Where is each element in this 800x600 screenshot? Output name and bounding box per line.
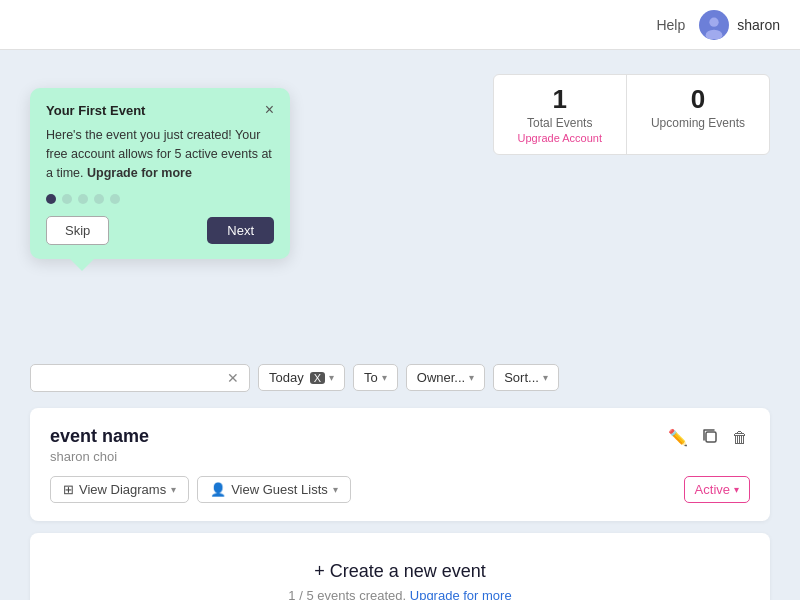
upcoming-events-count: 0	[651, 85, 745, 114]
main-content: 1 Total Events Upgrade Account 0 Upcomin…	[0, 50, 800, 600]
next-button[interactable]: Next	[207, 217, 274, 244]
help-link[interactable]: Help	[656, 17, 685, 33]
card-body: Here's the event you just created! Your …	[46, 126, 274, 182]
events-count-text: 1 / 5 events created.	[288, 588, 406, 600]
view-guest-lists-label: View Guest Lists	[231, 482, 328, 497]
filter-bar: ✕ Today X ▾ To ▾ Owner... ▾ Sort... ▾	[30, 364, 770, 392]
view-diagrams-label: View Diagrams	[79, 482, 166, 497]
card-close-button[interactable]: ×	[265, 102, 274, 118]
today-label: Today	[269, 370, 304, 385]
today-filter[interactable]: Today X ▾	[258, 364, 345, 391]
onboarding-card: Your First Event × Here's the event you …	[30, 88, 290, 259]
view-diagrams-button[interactable]: ⊞ View Diagrams ▾	[50, 476, 189, 503]
card-dots	[46, 194, 274, 204]
upgrade-account-link[interactable]: Upgrade Account	[518, 132, 602, 144]
to-filter[interactable]: To ▾	[353, 364, 398, 391]
card-header: Your First Event ×	[46, 102, 274, 118]
dot-4	[94, 194, 104, 204]
nav-username: sharon	[737, 17, 780, 33]
stats-box: 1 Total Events Upgrade Account 0 Upcomin…	[493, 74, 770, 155]
event-buttons: ⊞ View Diagrams ▾ 👤 View Guest Lists ▾	[50, 476, 351, 503]
card-actions: Skip Next	[46, 216, 274, 245]
dot-2	[62, 194, 72, 204]
total-events-label: Total Events	[518, 116, 602, 130]
search-box[interactable]: ✕	[30, 364, 250, 392]
dot-3	[78, 194, 88, 204]
to-label: To	[364, 370, 378, 385]
total-events-count: 1	[518, 85, 602, 114]
sort-filter[interactable]: Sort... ▾	[493, 364, 559, 391]
to-chevron-icon: ▾	[382, 372, 387, 383]
diagrams-chevron-icon: ▾	[171, 484, 176, 495]
upgrade-for-more-link[interactable]: Upgrade for more	[410, 588, 512, 600]
svg-rect-3	[706, 432, 716, 442]
edit-button[interactable]: ✏️	[666, 426, 690, 449]
event-info: event name sharon choi	[50, 426, 149, 464]
diagram-icon: ⊞	[63, 482, 74, 497]
status-chevron-icon: ▾	[734, 484, 739, 495]
delete-button[interactable]: 🗑	[730, 427, 750, 449]
total-events-stat: 1 Total Events Upgrade Account	[494, 75, 627, 154]
user-menu[interactable]: sharon	[699, 10, 780, 40]
event-card-footer: ⊞ View Diagrams ▾ 👤 View Guest Lists ▾ A…	[50, 476, 750, 503]
event-card-header: event name sharon choi ✏️ 🗑	[50, 426, 750, 464]
copy-button[interactable]	[700, 426, 720, 450]
upcoming-events-label: Upcoming Events	[651, 116, 745, 130]
event-card: event name sharon choi ✏️ 🗑	[30, 408, 770, 521]
guest-chevron-icon: ▾	[333, 484, 338, 495]
status-dropdown[interactable]: Active ▾	[684, 476, 750, 503]
dot-1	[46, 194, 56, 204]
event-actions: ✏️ 🗑	[666, 426, 750, 450]
owner-filter[interactable]: Owner... ▾	[406, 364, 485, 391]
create-event-title[interactable]: + Create a new event	[50, 561, 750, 582]
upcoming-events-stat: 0 Upcoming Events	[627, 75, 769, 154]
create-event-card[interactable]: + Create a new event 1 / 5 events create…	[30, 533, 770, 600]
view-guest-lists-button[interactable]: 👤 View Guest Lists ▾	[197, 476, 351, 503]
avatar	[699, 10, 729, 40]
sort-label: Sort...	[504, 370, 539, 385]
card-title: Your First Event	[46, 103, 145, 118]
skip-button[interactable]: Skip	[46, 216, 109, 245]
owner-chevron-icon: ▾	[469, 372, 474, 383]
top-nav: Help sharon	[0, 0, 800, 50]
event-owner: sharon choi	[50, 449, 149, 464]
search-input[interactable]	[41, 370, 227, 385]
owner-label: Owner...	[417, 370, 465, 385]
dot-5	[110, 194, 120, 204]
status-label: Active	[695, 482, 730, 497]
search-clear-icon[interactable]: ✕	[227, 370, 239, 386]
svg-point-1	[710, 17, 719, 26]
event-name: event name	[50, 426, 149, 447]
today-chevron-icon: ▾	[329, 372, 334, 383]
today-x[interactable]: X	[310, 372, 325, 384]
content-below: ✕ Today X ▾ To ▾ Owner... ▾ Sort... ▾	[30, 364, 770, 600]
guest-icon: 👤	[210, 482, 226, 497]
create-card-sub: 1 / 5 events created. Upgrade for more	[50, 588, 750, 600]
sort-chevron-icon: ▾	[543, 372, 548, 383]
card-upgrade-text: Upgrade for more	[87, 166, 192, 180]
